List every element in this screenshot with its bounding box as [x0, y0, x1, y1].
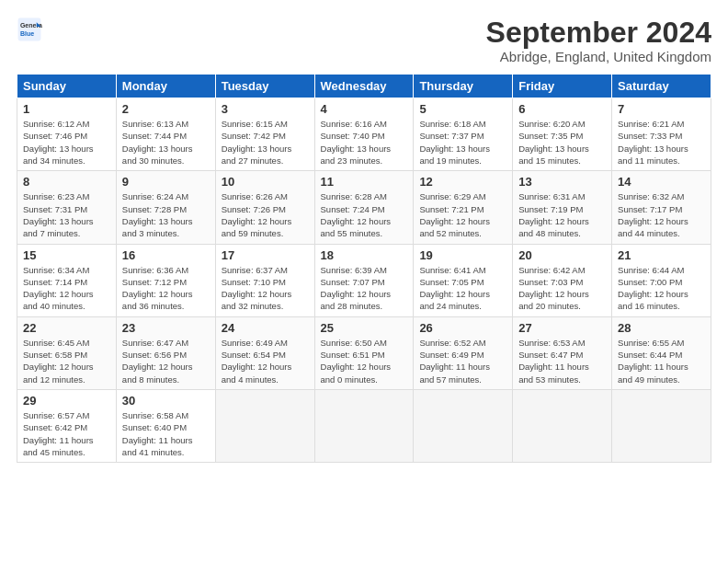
- calendar-table: Sunday Monday Tuesday Wednesday Thursday…: [17, 74, 711, 463]
- day-29: 29 Sunrise: 6:57 AMSunset: 6:42 PMDaylig…: [17, 389, 117, 462]
- day-2: 2 Sunrise: 6:13 AMSunset: 7:44 PMDayligh…: [116, 98, 215, 171]
- day-7: 7 Sunrise: 6:21 AMSunset: 7:33 PMDayligh…: [612, 98, 711, 171]
- col-tuesday: Tuesday: [215, 75, 314, 98]
- svg-rect-0: [18, 18, 41, 41]
- logo-icon: General Blue: [17, 17, 42, 42]
- col-saturday: Saturday: [612, 75, 711, 98]
- empty-cell: [513, 389, 612, 462]
- day-17: 17 Sunrise: 6:37 AMSunset: 7:10 PMDaylig…: [215, 244, 314, 316]
- table-row: 15 Sunrise: 6:34 AMSunset: 7:14 PMDaylig…: [17, 244, 711, 316]
- day-21: 21 Sunrise: 6:44 AMSunset: 7:00 PMDaylig…: [612, 244, 711, 316]
- empty-cell: [612, 389, 711, 462]
- calendar-page: General Blue September 2024 Abridge, Eng…: [0, 0, 728, 563]
- table-row: 1 Sunrise: 6:12 AMSunset: 7:46 PMDayligh…: [17, 98, 711, 171]
- day-13: 13 Sunrise: 6:31 AMSunset: 7:19 PMDaylig…: [513, 171, 612, 244]
- calendar-header-row: Sunday Monday Tuesday Wednesday Thursday…: [17, 75, 711, 98]
- day-11: 11 Sunrise: 6:28 AMSunset: 7:24 PMDaylig…: [314, 171, 414, 244]
- day-4: 4 Sunrise: 6:16 AMSunset: 7:40 PMDayligh…: [314, 98, 414, 171]
- subtitle: Abridge, England, United Kingdom: [486, 49, 711, 64]
- day-26: 26 Sunrise: 6:52 AMSunset: 6:49 PMDaylig…: [414, 316, 513, 389]
- day-10: 10 Sunrise: 6:26 AMSunset: 7:26 PMDaylig…: [215, 171, 314, 244]
- day-25: 25 Sunrise: 6:50 AMSunset: 6:51 PMDaylig…: [314, 316, 414, 389]
- day-3: 3 Sunrise: 6:15 AMSunset: 7:42 PMDayligh…: [215, 98, 314, 171]
- day-16: 16 Sunrise: 6:36 AMSunset: 7:12 PMDaylig…: [116, 244, 215, 316]
- svg-text:Blue: Blue: [20, 30, 34, 37]
- day-20: 20 Sunrise: 6:42 AMSunset: 7:03 PMDaylig…: [513, 244, 612, 316]
- day-5: 5 Sunrise: 6:18 AMSunset: 7:37 PMDayligh…: [414, 98, 513, 171]
- day-27: 27 Sunrise: 6:53 AMSunset: 6:47 PMDaylig…: [513, 316, 612, 389]
- day-30: 30 Sunrise: 6:58 AMSunset: 6:40 PMDaylig…: [116, 389, 215, 462]
- table-row: 22 Sunrise: 6:45 AMSunset: 6:58 PMDaylig…: [17, 316, 711, 389]
- col-thursday: Thursday: [414, 75, 513, 98]
- day-23: 23 Sunrise: 6:47 AMSunset: 6:56 PMDaylig…: [116, 316, 215, 389]
- table-row: 29 Sunrise: 6:57 AMSunset: 6:42 PMDaylig…: [17, 389, 711, 462]
- empty-cell: [215, 389, 314, 462]
- col-friday: Friday: [513, 75, 612, 98]
- day-9: 9 Sunrise: 6:24 AMSunset: 7:28 PMDayligh…: [116, 171, 215, 244]
- day-28: 28 Sunrise: 6:55 AMSunset: 6:44 PMDaylig…: [612, 316, 711, 389]
- day-12: 12 Sunrise: 6:29 AMSunset: 7:21 PMDaylig…: [414, 171, 513, 244]
- day-1: 1 Sunrise: 6:12 AMSunset: 7:46 PMDayligh…: [17, 98, 117, 171]
- day-15: 15 Sunrise: 6:34 AMSunset: 7:14 PMDaylig…: [17, 244, 117, 316]
- main-title: September 2024: [486, 17, 711, 49]
- day-6: 6 Sunrise: 6:20 AMSunset: 7:35 PMDayligh…: [513, 98, 612, 171]
- empty-cell: [414, 389, 513, 462]
- col-wednesday: Wednesday: [314, 75, 414, 98]
- day-19: 19 Sunrise: 6:41 AMSunset: 7:05 PMDaylig…: [414, 244, 513, 316]
- day-8: 8 Sunrise: 6:23 AMSunset: 7:31 PMDayligh…: [17, 171, 117, 244]
- day-22: 22 Sunrise: 6:45 AMSunset: 6:58 PMDaylig…: [17, 316, 117, 389]
- day-14: 14 Sunrise: 6:32 AMSunset: 7:17 PMDaylig…: [612, 171, 711, 244]
- empty-cell: [314, 389, 414, 462]
- day-18: 18 Sunrise: 6:39 AMSunset: 7:07 PMDaylig…: [314, 244, 414, 316]
- table-row: 8 Sunrise: 6:23 AMSunset: 7:31 PMDayligh…: [17, 171, 711, 244]
- page-header: General Blue September 2024 Abridge, Eng…: [17, 17, 711, 64]
- day-24: 24 Sunrise: 6:49 AMSunset: 6:54 PMDaylig…: [215, 316, 314, 389]
- col-sunday: Sunday: [17, 75, 117, 98]
- col-monday: Monday: [116, 75, 215, 98]
- title-block: September 2024 Abridge, England, United …: [486, 17, 711, 64]
- logo: General Blue: [17, 17, 42, 42]
